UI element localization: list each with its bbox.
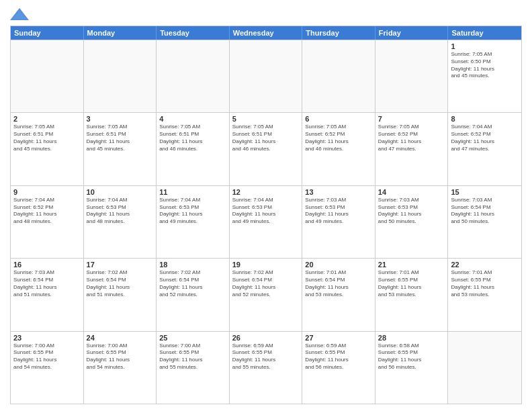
day-info: Sunrise: 7:04 AM Sunset: 6:52 PM Dayligh… — [451, 124, 519, 152]
day-info: Sunrise: 7:00 AM Sunset: 6:55 PM Dayligh… — [13, 342, 81, 371]
logo — [10, 7, 32, 21]
day-number: 25 — [159, 334, 226, 342]
calendar-row-5: 23Sunrise: 7:00 AM Sunset: 6:55 PM Dayli… — [11, 331, 521, 404]
cal-cell-2-1: 2Sunrise: 7:05 AM Sunset: 6:51 PM Daylig… — [11, 113, 84, 185]
day-info: Sunrise: 7:03 AM Sunset: 6:53 PM Dayligh… — [305, 197, 372, 226]
calendar-header: SundayMondayTuesdayWednesdayThursdayFrid… — [11, 26, 521, 40]
day-info: Sunrise: 7:05 AM Sunset: 6:51 PM Dayligh… — [159, 124, 226, 152]
logo-icon — [10, 7, 29, 21]
day-number: 17 — [87, 261, 154, 269]
cal-cell-5-2: 24Sunrise: 7:00 AM Sunset: 6:55 PM Dayli… — [84, 332, 157, 404]
day-number: 2 — [13, 115, 81, 123]
cal-cell-1-4 — [230, 40, 303, 112]
day-number: 20 — [305, 261, 372, 269]
day-number: 8 — [451, 115, 519, 123]
cal-cell-5-6: 28Sunrise: 6:58 AM Sunset: 6:55 PM Dayli… — [375, 332, 449, 404]
day-number: 10 — [87, 188, 154, 196]
day-info: Sunrise: 7:03 AM Sunset: 6:54 PM Dayligh… — [13, 269, 81, 298]
day-info: Sunrise: 7:05 AM Sunset: 6:51 PM Dayligh… — [13, 124, 81, 152]
day-info: Sunrise: 7:01 AM Sunset: 6:54 PM Dayligh… — [305, 269, 372, 298]
cal-cell-5-3: 25Sunrise: 7:00 AM Sunset: 6:55 PM Dayli… — [157, 332, 230, 404]
day-number: 7 — [378, 115, 445, 123]
calendar-row-1: 1Sunrise: 7:05 AM Sunset: 6:50 PM Daylig… — [11, 40, 521, 112]
weekday-header-saturday: Saturday — [448, 26, 521, 40]
cal-cell-1-2 — [84, 40, 157, 112]
calendar-row-4: 16Sunrise: 7:03 AM Sunset: 6:54 PM Dayli… — [11, 258, 521, 330]
day-number: 26 — [232, 334, 300, 342]
cal-cell-3-5: 13Sunrise: 7:03 AM Sunset: 6:53 PM Dayli… — [302, 186, 375, 258]
cal-cell-3-3: 11Sunrise: 7:04 AM Sunset: 6:53 PM Dayli… — [157, 186, 230, 258]
header — [10, 7, 522, 21]
cal-cell-5-1: 23Sunrise: 7:00 AM Sunset: 6:55 PM Dayli… — [11, 332, 84, 404]
cal-cell-2-5: 6Sunrise: 7:05 AM Sunset: 6:52 PM Daylig… — [302, 113, 375, 185]
cal-cell-5-7 — [448, 332, 521, 404]
cal-cell-3-6: 14Sunrise: 7:03 AM Sunset: 6:53 PM Dayli… — [375, 186, 449, 258]
calendar-row-3: 9Sunrise: 7:04 AM Sunset: 6:52 PM Daylig… — [11, 185, 521, 258]
cal-cell-4-7: 22Sunrise: 7:01 AM Sunset: 6:55 PM Dayli… — [448, 259, 521, 330]
cal-cell-2-7: 8Sunrise: 7:04 AM Sunset: 6:52 PM Daylig… — [448, 113, 521, 185]
cal-cell-5-5: 27Sunrise: 6:59 AM Sunset: 6:55 PM Dayli… — [302, 332, 375, 404]
cal-cell-4-6: 21Sunrise: 7:01 AM Sunset: 6:55 PM Dayli… — [375, 259, 449, 330]
weekday-header-sunday: Sunday — [11, 26, 84, 40]
cal-cell-2-3: 4Sunrise: 7:05 AM Sunset: 6:51 PM Daylig… — [157, 113, 230, 185]
weekday-header-thursday: Thursday — [302, 26, 375, 40]
day-info: Sunrise: 6:59 AM Sunset: 6:55 PM Dayligh… — [232, 342, 300, 371]
day-number: 24 — [87, 334, 154, 342]
day-number: 23 — [13, 334, 81, 342]
day-number: 22 — [451, 261, 519, 269]
day-number: 4 — [159, 115, 226, 123]
day-info: Sunrise: 7:05 AM Sunset: 6:52 PM Dayligh… — [305, 124, 372, 152]
day-info: Sunrise: 7:00 AM Sunset: 6:55 PM Dayligh… — [87, 342, 154, 371]
calendar-row-2: 2Sunrise: 7:05 AM Sunset: 6:51 PM Daylig… — [11, 112, 521, 185]
day-number: 5 — [232, 115, 300, 123]
day-info: Sunrise: 7:05 AM Sunset: 6:50 PM Dayligh… — [451, 51, 519, 80]
day-info: Sunrise: 7:04 AM Sunset: 6:53 PM Dayligh… — [232, 197, 300, 226]
weekday-header-monday: Monday — [84, 26, 157, 40]
day-number: 6 — [305, 115, 372, 123]
day-number: 14 — [378, 188, 445, 196]
cal-cell-3-4: 12Sunrise: 7:04 AM Sunset: 6:53 PM Dayli… — [230, 186, 303, 258]
calendar: SundayMondayTuesdayWednesdayThursdayFrid… — [10, 26, 522, 404]
cal-cell-4-1: 16Sunrise: 7:03 AM Sunset: 6:54 PM Dayli… — [11, 259, 84, 330]
day-number: 9 — [13, 188, 81, 196]
weekday-header-wednesday: Wednesday — [230, 26, 303, 40]
cal-cell-1-7: 1Sunrise: 7:05 AM Sunset: 6:50 PM Daylig… — [448, 40, 521, 112]
cal-cell-1-6 — [375, 40, 449, 112]
day-number: 16 — [13, 261, 81, 269]
day-number: 3 — [87, 115, 154, 123]
cal-cell-4-4: 19Sunrise: 7:02 AM Sunset: 6:54 PM Dayli… — [230, 259, 303, 330]
day-number: 28 — [378, 334, 445, 342]
day-number: 27 — [305, 334, 372, 342]
cal-cell-1-3 — [157, 40, 230, 112]
day-info: Sunrise: 7:03 AM Sunset: 6:53 PM Dayligh… — [378, 197, 445, 226]
calendar-body: 1Sunrise: 7:05 AM Sunset: 6:50 PM Daylig… — [11, 40, 521, 404]
day-number: 15 — [451, 188, 519, 196]
day-info: Sunrise: 7:05 AM Sunset: 6:51 PM Dayligh… — [232, 124, 300, 152]
day-info: Sunrise: 7:04 AM Sunset: 6:53 PM Dayligh… — [159, 197, 226, 226]
day-info: Sunrise: 7:00 AM Sunset: 6:55 PM Dayligh… — [159, 342, 226, 371]
day-info: Sunrise: 7:05 AM Sunset: 6:51 PM Dayligh… — [87, 124, 154, 152]
day-number: 21 — [378, 261, 445, 269]
cal-cell-1-1 — [11, 40, 84, 112]
cal-cell-2-6: 7Sunrise: 7:05 AM Sunset: 6:52 PM Daylig… — [375, 113, 449, 185]
cal-cell-3-2: 10Sunrise: 7:04 AM Sunset: 6:53 PM Dayli… — [84, 186, 157, 258]
cal-cell-4-5: 20Sunrise: 7:01 AM Sunset: 6:54 PM Dayli… — [302, 259, 375, 330]
day-info: Sunrise: 7:01 AM Sunset: 6:55 PM Dayligh… — [451, 269, 519, 298]
day-number: 12 — [232, 188, 300, 196]
weekday-header-friday: Friday — [375, 26, 449, 40]
cal-cell-3-7: 15Sunrise: 7:03 AM Sunset: 6:54 PM Dayli… — [448, 186, 521, 258]
day-info: Sunrise: 6:58 AM Sunset: 6:55 PM Dayligh… — [378, 342, 445, 371]
page: SundayMondayTuesdayWednesdayThursdayFrid… — [0, 0, 532, 411]
day-number: 1 — [451, 42, 519, 50]
cal-cell-5-4: 26Sunrise: 6:59 AM Sunset: 6:55 PM Dayli… — [230, 332, 303, 404]
cal-cell-4-2: 17Sunrise: 7:02 AM Sunset: 6:54 PM Dayli… — [84, 259, 157, 330]
weekday-header-tuesday: Tuesday — [157, 26, 230, 40]
day-info: Sunrise: 7:02 AM Sunset: 6:54 PM Dayligh… — [87, 269, 154, 298]
day-number: 11 — [159, 188, 226, 196]
day-info: Sunrise: 7:04 AM Sunset: 6:52 PM Dayligh… — [13, 197, 81, 226]
day-info: Sunrise: 7:02 AM Sunset: 6:54 PM Dayligh… — [159, 269, 226, 298]
cal-cell-4-3: 18Sunrise: 7:02 AM Sunset: 6:54 PM Dayli… — [157, 259, 230, 330]
day-info: Sunrise: 7:03 AM Sunset: 6:54 PM Dayligh… — [451, 197, 519, 226]
day-info: Sunrise: 6:59 AM Sunset: 6:55 PM Dayligh… — [305, 342, 372, 371]
cal-cell-1-5 — [302, 40, 375, 112]
